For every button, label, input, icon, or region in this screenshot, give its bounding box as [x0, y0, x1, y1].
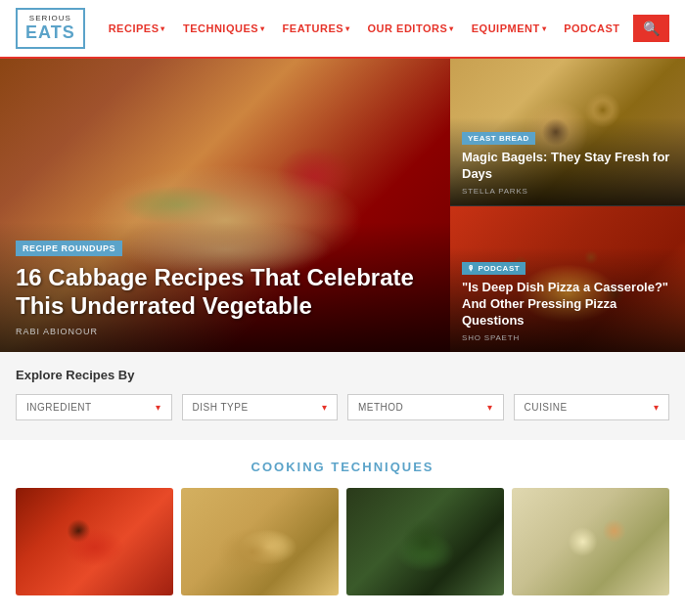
hero-card-bagels[interactable]: YEAST BREAD Magic Bagels: They Stay Fres…: [450, 59, 685, 206]
hero-title: 16 Cabbage Recipes That Celebrate This U…: [16, 264, 434, 321]
nav-podcast[interactable]: PODCAST: [556, 19, 627, 38]
technique-image-1: [16, 488, 173, 595]
technique-image-3: [346, 488, 504, 595]
logo-serious: SERIOUS: [29, 14, 71, 22]
chevron-down-icon: ▾: [449, 24, 454, 33]
chevron-down-icon: ▾: [260, 24, 265, 33]
cuisine-dropdown[interactable]: CUISINE ▾: [514, 394, 670, 420]
hero-main-article[interactable]: RECIPE ROUNDUPS 16 Cabbage Recipes That …: [0, 59, 450, 352]
search-button[interactable]: 🔍: [633, 15, 669, 42]
hero-card-pizza[interactable]: 🎙 PODCAST "Is Deep Dish Pizza a Casserol…: [450, 206, 685, 353]
techniques-section: COOKING TECHNIQUES: [0, 440, 685, 611]
techniques-title: COOKING TECHNIQUES: [16, 460, 669, 474]
method-dropdown[interactable]: METHOD ▾: [347, 394, 504, 420]
pizza-overlay: 🎙 PODCAST "Is Deep Dish Pizza a Casserol…: [450, 247, 685, 352]
pizza-badge: 🎙 PODCAST: [462, 262, 525, 275]
chevron-down-icon: ▾: [160, 24, 165, 33]
chevron-down-icon: ▾: [345, 24, 350, 33]
technique-card-3[interactable]: [346, 488, 504, 595]
hero-section: RECIPE ROUNDUPS 16 Cabbage Recipes That …: [0, 59, 685, 352]
nav-techniques[interactable]: TECHNIQUES ▾: [175, 19, 273, 38]
bagels-badge: YEAST BREAD: [462, 132, 535, 145]
explore-section: Explore Recipes By INGREDIENT ▾ DISH TYP…: [0, 352, 685, 440]
bagels-title: Magic Bagels: They Stay Fresh for Days: [462, 150, 673, 183]
ingredient-dropdown[interactable]: INGREDIENT ▾: [16, 394, 172, 420]
technique-card-4[interactable]: [512, 488, 669, 595]
nav-recipes[interactable]: RECIPES ▾: [101, 19, 173, 38]
main-nav: RECIPES ▾ TECHNIQUES ▾ FEATURES ▾ OUR ED…: [101, 19, 633, 38]
logo-eats: EATS: [25, 22, 75, 43]
logo[interactable]: SERIOUS EATS: [16, 8, 85, 49]
technique-image-2: [181, 488, 339, 595]
search-icon: 🔍: [643, 21, 660, 36]
chevron-down-icon: ▾: [542, 24, 547, 33]
podcast-icon: 🎙: [468, 265, 476, 272]
dish-type-dropdown[interactable]: DISH TYPE ▾: [182, 394, 339, 420]
chevron-down-icon: ▾: [156, 402, 161, 413]
bagels-overlay: YEAST BREAD Magic Bagels: They Stay Fres…: [450, 117, 685, 205]
technique-card-2[interactable]: [181, 488, 339, 595]
pizza-author: SHO SPAETH: [462, 333, 673, 342]
chevron-down-icon: ▾: [654, 402, 660, 413]
chevron-down-icon: ▾: [322, 402, 328, 413]
techniques-grid: [16, 488, 669, 595]
hero-main-overlay: RECIPE ROUNDUPS 16 Cabbage Recipes That …: [0, 222, 450, 352]
explore-dropdowns: INGREDIENT ▾ DISH TYPE ▾ METHOD ▾ CUISIN…: [16, 394, 669, 420]
hero-badge: RECIPE ROUNDUPS: [16, 241, 122, 256]
explore-title: Explore Recipes By: [16, 368, 669, 382]
pizza-title: "Is Deep Dish Pizza a Casserole?" And Ot…: [462, 280, 673, 330]
nav-equipment[interactable]: EQUIPMENT ▾: [464, 19, 554, 38]
technique-image-4: [512, 488, 669, 595]
header: SERIOUS EATS RECIPES ▾ TECHNIQUES ▾ FEAT…: [0, 0, 685, 59]
nav-features[interactable]: FEATURES ▾: [275, 19, 358, 38]
hero-right-column: YEAST BREAD Magic Bagels: They Stay Fres…: [450, 59, 685, 352]
chevron-down-icon: ▾: [487, 402, 493, 413]
bagels-author: STELLA PARKS: [462, 187, 673, 196]
nav-our-editors[interactable]: OUR EDITORS ▾: [360, 19, 462, 38]
hero-author: RABI ABIONOUR: [16, 327, 434, 336]
technique-card-1[interactable]: [16, 488, 173, 595]
